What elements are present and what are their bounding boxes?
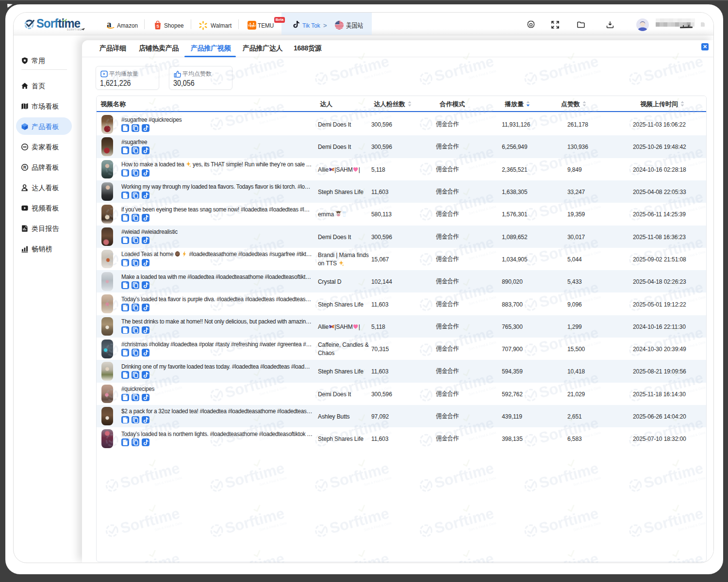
svg-text:S: S [156,24,159,29]
svg-text:R: R [23,165,27,170]
svg-text:TEMU: TEMU [248,24,256,27]
